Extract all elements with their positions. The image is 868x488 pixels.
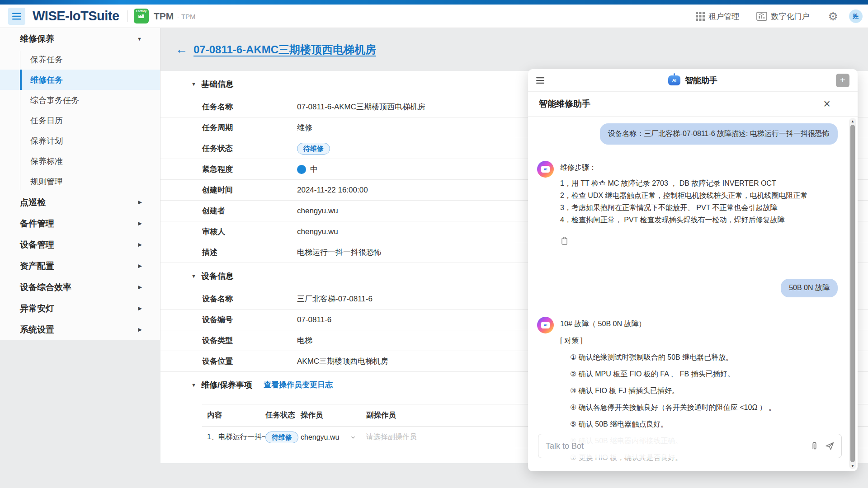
chat-subtitle: 智能维修助手 <box>539 98 590 110</box>
field-value: 三厂北客梯-07-0811-6 <box>297 294 373 304</box>
column-header-content: 内容 <box>202 410 265 420</box>
chat-message-list: 设备名称：三厂北客梯-07-0811-6 故障描述: 电梯运行一抖一抖很恐怖 维… <box>528 117 858 471</box>
field-label: 任务周期 <box>202 122 297 133</box>
chevron-right-icon <box>138 242 142 248</box>
ai-bot-avatar <box>537 161 554 178</box>
sidebar-item-rule-management[interactable]: 规则管理 <box>0 171 160 192</box>
sidebar-group-label: 维修保养 <box>20 33 54 45</box>
sidebar-item-label: 保养任务 <box>30 54 63 65</box>
sidebar-toggle-button[interactable] <box>8 8 25 25</box>
settings-gear-icon[interactable]: ⚙ <box>828 11 838 22</box>
chevron-down-icon[interactable] <box>350 434 356 441</box>
chevron-down-icon[interactable] <box>191 273 196 279</box>
sidebar-menu: 维修保养 保养任务 维修任务 综合事务任务 任务日历 保养计划 保养标准 <box>0 28 160 340</box>
sidebar-group-label: 点巡检 <box>20 197 46 208</box>
portal-chart-icon <box>756 11 767 21</box>
sidebar-group-spare-parts[interactable]: 备件管理 <box>0 213 160 234</box>
field-label: 设备位置 <box>202 356 297 366</box>
field-label: 设备名称 <box>202 294 297 304</box>
field-label: 创建者 <box>202 206 297 216</box>
sidebar-item-repair-tasks[interactable]: 维修任务 <box>0 70 160 90</box>
field-label: 设备类型 <box>202 335 297 346</box>
copy-icon[interactable] <box>560 236 569 245</box>
header-divider <box>127 10 128 22</box>
section-title: 设备信息 <box>201 271 234 282</box>
sidebar-group-equipment[interactable]: 设备管理 <box>0 234 160 255</box>
field-value: 07-0811-6-AKMC三期楼顶西电梯机房 <box>297 102 425 112</box>
field-value: 2024-11-22 16:00:00 <box>297 186 368 195</box>
sidebar-item-maintenance-standard[interactable]: 保养标准 <box>0 151 160 171</box>
sidebar-group-label: 异常安灯 <box>20 303 54 314</box>
column-header-co-operator: 副操作员 <box>366 410 484 420</box>
sidebar-item-maintenance-plan[interactable]: 保养计划 <box>0 131 160 151</box>
page-title[interactable]: 07-0811-6-AKMC三期楼顶西电梯机房 <box>193 42 376 57</box>
field-value: 中 <box>310 164 318 174</box>
back-arrow-icon[interactable] <box>175 43 188 56</box>
sidebar-item-task-calendar[interactable]: 任务日历 <box>0 110 160 131</box>
sidebar: 维修保养 保养任务 维修任务 综合事务任务 任务日历 保养计划 保养标准 <box>0 28 160 488</box>
ai-chip-icon <box>541 322 550 328</box>
digital-portal-button[interactable]: 数字化门户 <box>756 11 810 22</box>
sidebar-group-asset-config[interactable]: 资产配置 <box>0 255 160 277</box>
bot-line: ⑤ 确认 50B 继电器触点良好。 <box>560 419 776 429</box>
bot-line: ④ 确认各急停开关接触良好（各开关接通时的阻值应 <10Ω ） 。 <box>560 403 776 413</box>
sidebar-group-maintenance[interactable]: 维修保养 <box>0 28 160 49</box>
chevron-right-icon <box>138 263 142 269</box>
chevron-right-icon <box>138 221 142 226</box>
new-chat-button[interactable] <box>836 74 849 87</box>
sidebar-item-label: 规则管理 <box>30 176 63 187</box>
sidebar-item-label: 保养标准 <box>30 156 63 167</box>
section-title: 基础信息 <box>201 79 234 89</box>
sidebar-item-general-affairs-tasks[interactable]: 综合事务任务 <box>0 90 160 110</box>
tpm-app-badge[interactable]: Factory <box>134 9 149 23</box>
sidebar-item-label: 任务日历 <box>30 115 63 126</box>
status-badge: 待维修 <box>265 432 298 443</box>
ai-assistant-panel: 智能助手 智能维修助手 设备名称：三厂北客梯-07-0811-6 故障描述: 电… <box>528 69 858 471</box>
chat-header: 智能助手 <box>528 69 858 92</box>
urgency-dot <box>297 165 306 174</box>
bot-line: 2，检查 UDX 继电器触点正常，控制柜电机接线桩头正常，电机线圈电阻正常 <box>560 191 808 200</box>
sidebar-group-label: 设备综合效率 <box>20 282 71 293</box>
close-icon[interactable] <box>823 98 830 110</box>
field-value: 维修 <box>297 122 312 133</box>
header-divider <box>748 10 748 22</box>
status-badge: 待维修 <box>297 143 330 155</box>
user-avatar[interactable]: 姓 <box>849 9 863 23</box>
operator-select-value[interactable]: chengyu.wu <box>301 433 339 441</box>
sidebar-group-system-settings[interactable]: 系统设置 <box>0 319 160 340</box>
ai-robot-icon <box>668 75 680 85</box>
chevron-down-icon[interactable] <box>191 382 196 388</box>
chat-input[interactable] <box>546 441 804 451</box>
ai-chip-icon <box>541 166 550 173</box>
top-gradient-strip <box>0 0 868 5</box>
operator-change-log-link[interactable]: 查看操作员变更日志 <box>264 380 333 390</box>
sidebar-group-inspection[interactable]: 点巡检 <box>0 192 160 213</box>
factory-badge-label: Factory <box>136 9 146 13</box>
factory-icon <box>138 13 145 19</box>
sidebar-submenu: 保养任务 维修任务 综合事务任务 任务日历 保养计划 保养标准 规则管理 <box>0 49 160 192</box>
send-icon[interactable] <box>824 441 835 451</box>
scroll-up-arrow[interactable] <box>849 118 856 124</box>
scrollbar-thumb[interactable] <box>850 125 855 462</box>
chat-header-center: 智能助手 <box>528 75 858 86</box>
bot-line: 3，考虑如果抱闸在正常情况下不能放开、 PVT 不正常也会引起故障 <box>560 203 808 212</box>
chat-subheader: 智能维修助手 <box>528 92 858 117</box>
product-logo: WISE-IoTSuite <box>33 9 119 23</box>
sidebar-item-maintenance-tasks[interactable]: 保养任务 <box>0 49 160 70</box>
bot-line: ③ 确认 FIO 板 FJ 插插头已插好。 <box>560 386 776 396</box>
sidebar-item-label: 综合事务任务 <box>30 95 79 106</box>
scroll-down-arrow[interactable] <box>849 463 856 469</box>
attachment-paperclip-icon[interactable] <box>810 441 819 451</box>
field-label: 创建时间 <box>202 185 297 195</box>
chevron-down-icon[interactable] <box>191 81 196 87</box>
chat-menu-icon[interactable] <box>536 77 544 84</box>
sidebar-group-oee[interactable]: 设备综合效率 <box>0 277 160 298</box>
tenant-management-label: 租户管理 <box>709 11 740 22</box>
column-header-operator: 操作员 <box>301 410 366 420</box>
chat-title: 智能助手 <box>685 75 717 86</box>
field-label: 设备编号 <box>202 314 297 325</box>
digital-portal-label: 数字化门户 <box>771 11 810 22</box>
sidebar-group-andon[interactable]: 异常安灯 <box>0 298 160 319</box>
tenant-management-button[interactable]: 租户管理 <box>696 11 740 22</box>
co-operator-select-placeholder[interactable]: 请选择副操作员 <box>366 433 417 441</box>
